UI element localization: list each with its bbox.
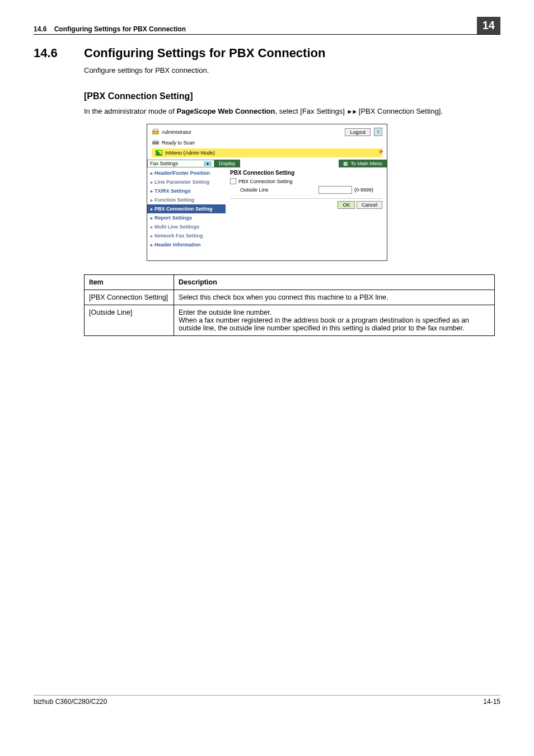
- help-icon[interactable]: ?: [374, 128, 382, 136]
- sidebar-item[interactable]: ▸Function Setting: [147, 195, 226, 204]
- menu-icon: ▦: [343, 161, 348, 166]
- sidebar-item[interactable]: ▸TX/RX Settings: [147, 186, 226, 195]
- sidebar-item-active[interactable]: ▸PBX Connection Setting: [147, 204, 226, 213]
- outside-line-input[interactable]: [318, 186, 352, 194]
- category-dropdown[interactable]: Fax Settings ▾: [147, 160, 214, 167]
- footer-page: 14-15: [483, 698, 500, 706]
- subsection-heading: [PBX Connection Setting]: [84, 91, 495, 101]
- refresh-icon[interactable]: ⟳: [379, 149, 383, 155]
- mode-label: InMenu (Admin Mode): [165, 150, 215, 156]
- outside-line-label: Outside Line: [240, 187, 318, 193]
- sidebar-item[interactable]: ▸Network Fax Setting: [147, 231, 226, 240]
- pbx-checkbox-label: PBX Connection Setting: [238, 179, 293, 184]
- breadcrumb-arrow-icon: ►►: [346, 108, 357, 115]
- to-main-menu-button[interactable]: ▦ To Main Menu: [339, 160, 387, 167]
- sidebar-item[interactable]: ▸Multi Line Settings: [147, 222, 226, 231]
- outside-line-range: (0-9999): [354, 187, 373, 193]
- table-row: [Outside Line] Enter the outside line nu…: [85, 305, 495, 336]
- svg-rect-3: [153, 140, 158, 142]
- section-title: Configuring Settings for PBX Connection: [84, 46, 325, 60]
- description-table: Item Description [PBX Connection Setting…: [84, 274, 495, 336]
- display-button[interactable]: Display: [214, 160, 240, 167]
- svg-rect-1: [154, 129, 158, 131]
- section-intro: Configure settings for PBX connection.: [84, 66, 495, 74]
- pbx-checkbox[interactable]: [230, 178, 236, 184]
- sidebar-item[interactable]: ▸Header/Footer Position: [147, 169, 226, 178]
- table-header-item: Item: [85, 275, 174, 290]
- triangle-icon: ▸: [151, 198, 153, 203]
- sidebar-nav: ▸Header/Footer Position ▸Line Parameter …: [147, 167, 226, 250]
- triangle-icon: ▸: [151, 180, 153, 185]
- admin-mode-instruction: In the administrator mode of PageScope W…: [84, 107, 495, 115]
- sidebar-item[interactable]: ▸Line Parameter Setting: [147, 178, 226, 186]
- header-section-num: 14.6: [34, 25, 46, 33]
- admin-icon: [152, 128, 160, 136]
- triangle-icon: ▸: [151, 171, 153, 176]
- status-text: Ready to Scan: [162, 140, 195, 146]
- ok-button[interactable]: OK: [338, 201, 355, 209]
- triangle-icon: ▸: [151, 189, 153, 194]
- webapp-screenshot: Administrator Logout ? Ready to Scan InM…: [147, 124, 387, 261]
- triangle-icon: ▸: [151, 234, 153, 239]
- cancel-button[interactable]: Cancel: [357, 201, 382, 209]
- triangle-icon: ▸: [151, 207, 153, 212]
- sidebar-item[interactable]: ▸Report Settings: [147, 213, 226, 222]
- table-header-desc: Description: [174, 275, 495, 290]
- triangle-icon: ▸: [151, 216, 153, 221]
- triangle-icon: ▸: [151, 242, 153, 248]
- sidebar-item[interactable]: ▸Header Information: [147, 240, 226, 249]
- panel-title: PBX Connection Setting: [230, 170, 382, 176]
- logout-button[interactable]: Logout: [345, 128, 371, 136]
- chapter-number-box: 14: [477, 17, 500, 34]
- role-label: Administrator: [162, 129, 191, 135]
- footer-model: bizhub C360/C280/C220: [34, 698, 107, 706]
- mode-icon: [155, 150, 163, 156]
- section-number: 14.6: [34, 46, 84, 60]
- chevron-down-icon: ▾: [204, 161, 212, 166]
- header-title: Configuring Settings for PBX Connection: [54, 25, 186, 33]
- printer-status-icon: [152, 139, 160, 146]
- table-row: [PBX Connection Setting] Select this che…: [85, 290, 495, 305]
- triangle-icon: ▸: [151, 225, 153, 230]
